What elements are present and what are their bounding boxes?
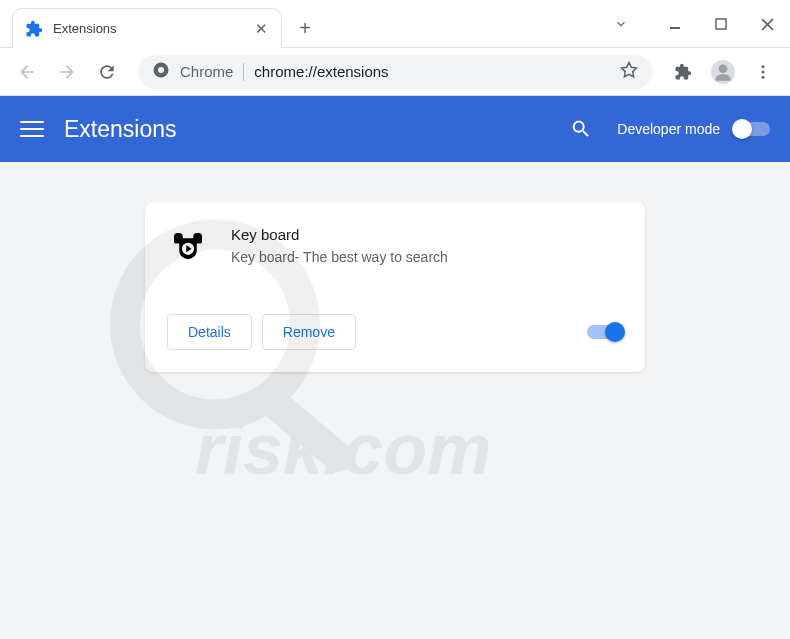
developer-mode-toggle[interactable] (734, 122, 770, 136)
kebab-menu-button[interactable] (746, 55, 780, 89)
extension-card-header: Key board Key board- The best way to sea… (167, 226, 623, 268)
hamburger-menu-icon[interactable] (20, 117, 44, 141)
minimize-button[interactable] (652, 8, 698, 40)
svg-point-3 (158, 67, 164, 73)
extension-description: Key board- The best way to search (231, 249, 623, 265)
svg-point-8 (762, 75, 765, 78)
extension-name: Key board (231, 226, 623, 243)
window-titlebar: Extensions ✕ + (0, 0, 790, 48)
developer-mode-label: Developer mode (617, 121, 720, 137)
puzzle-icon (25, 20, 43, 38)
page-title: Extensions (64, 116, 569, 143)
svg-rect-1 (716, 19, 726, 29)
bookmark-star-icon[interactable] (620, 61, 638, 83)
remove-button[interactable]: Remove (262, 314, 356, 350)
extensions-header: Extensions Developer mode (0, 96, 790, 162)
browser-tab[interactable]: Extensions ✕ (12, 8, 282, 48)
address-bar: Chrome chrome://extensions (0, 48, 790, 96)
svg-point-5 (719, 64, 728, 73)
details-button[interactable]: Details (167, 314, 252, 350)
search-icon[interactable] (569, 117, 593, 141)
omnibox[interactable]: Chrome chrome://extensions (138, 55, 652, 89)
new-tab-button[interactable]: + (290, 13, 320, 43)
svg-rect-0 (670, 27, 680, 29)
extension-icon (167, 226, 209, 268)
chevron-down-icon[interactable] (598, 8, 644, 40)
close-window-button[interactable] (744, 8, 790, 40)
reload-button[interactable] (90, 55, 124, 89)
svg-point-7 (762, 70, 765, 73)
extension-info: Key board Key board- The best way to sea… (231, 226, 623, 268)
tab-title: Extensions (53, 21, 253, 36)
maximize-button[interactable] (698, 8, 744, 40)
toggle-knob (605, 322, 625, 342)
toggle-knob (732, 119, 752, 139)
omnibox-prefix: Chrome (180, 63, 244, 81)
extensions-toolbar-button[interactable] (666, 55, 700, 89)
extensions-content: Key board Key board- The best way to sea… (0, 162, 790, 639)
profile-avatar-button[interactable] (706, 55, 740, 89)
chrome-logo-icon (152, 61, 170, 83)
back-button[interactable] (10, 55, 44, 89)
extension-card: Key board Key board- The best way to sea… (145, 202, 645, 372)
window-controls (598, 0, 790, 48)
extension-card-footer: Details Remove (167, 314, 623, 350)
extension-enable-toggle[interactable] (587, 325, 623, 339)
omnibox-url: chrome://extensions (254, 63, 610, 80)
close-tab-icon[interactable]: ✕ (253, 21, 269, 37)
forward-button[interactable] (50, 55, 84, 89)
svg-point-6 (762, 65, 765, 68)
